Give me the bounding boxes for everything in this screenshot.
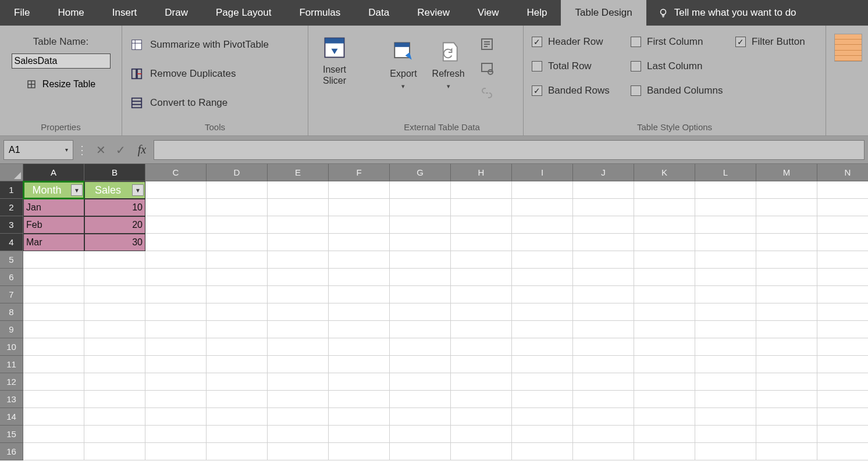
cell[interactable] [329, 356, 390, 373]
select-all-corner[interactable] [0, 164, 23, 181]
insert-slicer-button[interactable]: Insert Slicer [316, 30, 353, 86]
cell[interactable] [84, 303, 145, 321]
cell[interactable] [634, 356, 695, 373]
name-box[interactable]: A1▾ [3, 140, 73, 160]
cell[interactable] [23, 338, 84, 356]
chk-banded-rows[interactable]: Banded Rows [532, 85, 631, 97]
row-header[interactable]: 8 [0, 303, 23, 321]
row-header[interactable]: 1 [0, 181, 23, 199]
cell[interactable] [23, 391, 84, 408]
cell[interactable] [145, 426, 207, 443]
cell[interactable] [84, 321, 145, 338]
cell[interactable] [145, 321, 207, 338]
cell[interactable] [451, 269, 512, 286]
convert-to-range-button[interactable]: Convert to Range [130, 88, 300, 117]
cell[interactable] [329, 426, 390, 443]
cell[interactable] [512, 321, 573, 338]
cell[interactable] [23, 251, 84, 269]
cell[interactable] [634, 408, 695, 426]
cell[interactable] [817, 303, 868, 321]
filter-dropdown-icon[interactable]: ▼ [71, 184, 83, 196]
cell[interactable] [145, 356, 207, 373]
row-header[interactable]: 5 [0, 251, 23, 269]
cell[interactable] [451, 234, 512, 251]
fx-icon[interactable]: fx [130, 143, 154, 156]
cell[interactable] [145, 408, 207, 426]
cell[interactable] [84, 408, 145, 426]
cell-A4[interactable]: Mar [23, 234, 84, 251]
cell[interactable] [573, 391, 634, 408]
cell[interactable] [268, 216, 329, 234]
cell[interactable] [145, 216, 207, 234]
cell[interactable] [451, 443, 512, 460]
cell[interactable] [329, 321, 390, 338]
cell[interactable] [145, 199, 207, 216]
cell[interactable] [756, 303, 817, 321]
cell[interactable] [573, 199, 634, 216]
chk-filter-button[interactable]: Filter Button [735, 36, 828, 48]
cell[interactable] [23, 286, 84, 303]
cell[interactable] [573, 426, 634, 443]
cell[interactable] [329, 338, 390, 356]
cell[interactable] [207, 269, 268, 286]
cell[interactable] [84, 356, 145, 373]
cell[interactable] [695, 408, 756, 426]
cell[interactable] [695, 443, 756, 460]
cell[interactable] [268, 303, 329, 321]
cell[interactable] [84, 286, 145, 303]
col-header[interactable]: J [573, 164, 634, 181]
cell[interactable] [634, 199, 695, 216]
cell[interactable] [573, 251, 634, 269]
cell[interactable] [145, 303, 207, 321]
cell[interactable] [23, 373, 84, 391]
cell[interactable] [756, 234, 817, 251]
cell[interactable] [756, 251, 817, 269]
cell[interactable] [145, 286, 207, 303]
cell[interactable] [207, 181, 268, 199]
cell[interactable] [268, 181, 329, 199]
cell[interactable] [695, 234, 756, 251]
cell-A1[interactable]: Month▼ [23, 181, 84, 199]
cell[interactable] [634, 426, 695, 443]
cell[interactable] [84, 269, 145, 286]
cell[interactable] [817, 443, 868, 460]
cell[interactable] [573, 373, 634, 391]
cell[interactable] [23, 269, 84, 286]
cell[interactable] [695, 269, 756, 286]
cell-B2[interactable]: 10 [84, 199, 145, 216]
cell[interactable] [512, 391, 573, 408]
cell[interactable] [817, 408, 868, 426]
col-header[interactable]: C [145, 164, 207, 181]
cell[interactable] [390, 443, 451, 460]
row-header[interactable]: 4 [0, 234, 23, 251]
cell[interactable] [756, 286, 817, 303]
cell[interactable] [817, 269, 868, 286]
chk-last-column[interactable]: Last Column [631, 60, 735, 72]
row-header[interactable]: 14 [0, 408, 23, 426]
tab-page-layout[interactable]: Page Layout [202, 0, 285, 26]
cell[interactable] [390, 286, 451, 303]
cancel-formula-button[interactable]: ✕ [91, 143, 111, 157]
cell[interactable] [207, 303, 268, 321]
cell[interactable] [84, 443, 145, 460]
cell[interactable] [84, 373, 145, 391]
cell[interactable] [207, 216, 268, 234]
export-button[interactable]: Export ▾ [390, 35, 417, 90]
cell[interactable] [695, 391, 756, 408]
tab-home[interactable]: Home [44, 0, 98, 26]
cell[interactable] [390, 216, 451, 234]
cell[interactable] [23, 408, 84, 426]
cell[interactable] [512, 269, 573, 286]
cell[interactable] [512, 408, 573, 426]
cell[interactable] [207, 234, 268, 251]
cell[interactable] [756, 199, 817, 216]
cell[interactable] [756, 216, 817, 234]
cell-B1[interactable]: Sales▼ [84, 181, 145, 199]
cell[interactable] [695, 303, 756, 321]
cell[interactable] [634, 251, 695, 269]
cell[interactable] [145, 338, 207, 356]
cell[interactable] [512, 338, 573, 356]
cell[interactable] [817, 338, 868, 356]
cell[interactable] [329, 286, 390, 303]
row-header[interactable]: 7 [0, 286, 23, 303]
